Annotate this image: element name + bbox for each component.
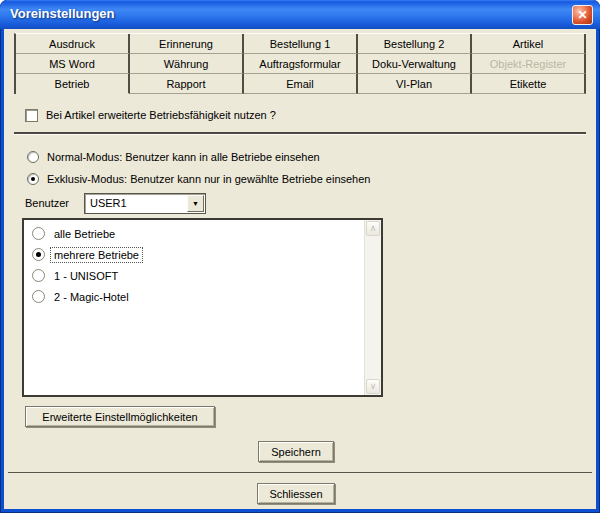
window-title: Voreinstellungen (10, 6, 115, 21)
scroll-down-button[interactable]: ∨ (366, 379, 380, 394)
radio-exklusiv-modus[interactable]: Exklusiv-Modus: Benutzer kann nur in gew… (27, 172, 370, 186)
chevron-down-icon: ▼ (192, 200, 199, 207)
tab-objekt-register: Objekt-Register (472, 54, 586, 74)
radio-normal-modus[interactable]: Normal-Modus: Benutzer kann in alle Betr… (27, 150, 320, 164)
benutzer-select[interactable]: USER1 ▼ (84, 193, 206, 214)
checkbox-icon[interactable] (25, 109, 38, 122)
tab-ausdruck[interactable]: Ausdruck (16, 34, 130, 54)
tab-strip: Ausdruck Erinnerung Bestellung 1 Bestell… (14, 33, 586, 94)
dropdown-button[interactable]: ▼ (187, 195, 204, 212)
chevron-up-icon: ∧ (370, 224, 377, 233)
close-button[interactable]: ✕ (572, 5, 593, 25)
scrollbar[interactable]: ∧ ∨ (364, 220, 381, 395)
list-item-alle-betriebe[interactable]: alle Betriebe (32, 225, 118, 242)
radio-unchecked-icon[interactable] (32, 290, 45, 303)
tab-auftragsformular[interactable]: Auftragsformular (244, 54, 358, 74)
chevron-down-icon: ∨ (370, 382, 377, 391)
benutzer-label: Benutzer (25, 197, 69, 209)
save-button[interactable]: Speichern (258, 441, 334, 462)
tab-erinnerung[interactable]: Erinnerung (130, 34, 244, 54)
list-item-label: 2 - Magic-Hotel (51, 290, 132, 304)
tab-betrieb[interactable]: Betrieb (16, 74, 130, 94)
tab-email[interactable]: Email (244, 74, 358, 94)
tab-vi-plan[interactable]: VI-Plan (358, 74, 472, 94)
benutzer-selected-value: USER1 (90, 197, 127, 209)
checkbox-label: Bei Artikel erweiterte Betriebsfähigkeit… (46, 109, 276, 121)
radio-unchecked-icon[interactable] (32, 227, 45, 240)
tab-bestellung-2[interactable]: Bestellung 2 (358, 34, 472, 54)
list-item-label: alle Betriebe (51, 227, 118, 241)
tab-ms-word[interactable]: MS Word (16, 54, 130, 74)
close-icon: ✕ (577, 8, 587, 22)
radio-checked-icon[interactable] (32, 248, 45, 261)
radio-unchecked-icon[interactable] (27, 151, 39, 163)
tab-artikel[interactable]: Artikel (472, 34, 586, 54)
scroll-up-button[interactable]: ∧ (366, 221, 380, 236)
radio-label: Exklusiv-Modus: Benutzer kann nur in gew… (47, 173, 370, 185)
preferences-dialog: Voreinstellungen ✕ Ausdruck Erinnerung B… (0, 0, 600, 513)
list-item-label: 1 - UNISOFT (51, 269, 121, 283)
bottom-separator (8, 472, 592, 473)
radio-unchecked-icon[interactable] (32, 269, 45, 282)
list-item-mehrere-betriebe[interactable]: mehrere Betriebe (32, 246, 142, 263)
advanced-settings-button[interactable]: Erweiterte Einstellmöglichkeiten (25, 406, 215, 427)
radio-label: Normal-Modus: Benutzer kann in alle Betr… (47, 151, 320, 163)
list-item-label: mehrere Betriebe (51, 248, 142, 262)
schliessen-button[interactable]: Schliessen (257, 483, 335, 504)
tab-rapport[interactable]: Rapport (130, 74, 244, 94)
list-item-1-unisoft[interactable]: 1 - UNISOFT (32, 267, 121, 284)
tab-waehrung[interactable]: Währung (130, 54, 244, 74)
tab-etikette[interactable]: Etikette (472, 74, 586, 94)
dialog-body: Ausdruck Erinnerung Bestellung 1 Bestell… (4, 29, 596, 509)
list-item-2-magic-hotel[interactable]: 2 - Magic-Hotel (32, 288, 132, 305)
tab-doku-verwaltung[interactable]: Doku-Verwaltung (358, 54, 472, 74)
betriebe-listbox: alle Betriebe mehrere Betriebe 1 - UNISO… (22, 218, 383, 397)
separator (14, 132, 586, 135)
artikel-betriebsfaehigkeit-checkbox-row[interactable]: Bei Artikel erweiterte Betriebsfähigkeit… (25, 108, 276, 122)
titlebar[interactable]: Voreinstellungen ✕ (0, 0, 600, 29)
tab-bestellung-1[interactable]: Bestellung 1 (244, 34, 358, 54)
radio-checked-icon[interactable] (27, 173, 39, 185)
